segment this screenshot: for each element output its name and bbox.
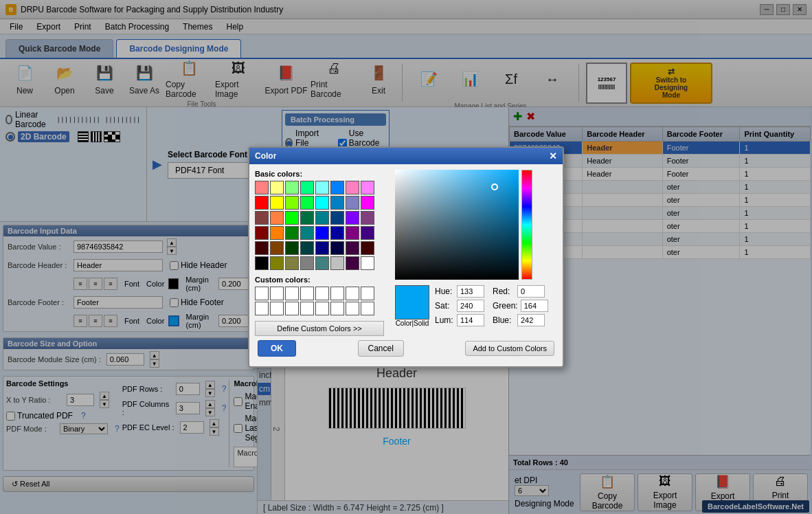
basic-color-42[interactable] — [285, 256, 299, 270]
basic-color-10[interactable] — [285, 196, 299, 210]
color-dialog: Color ✕ Basic colors: Custom colors: — [248, 146, 564, 368]
dialog-ok-btn[interactable]: OK — [258, 340, 296, 357]
dialog-main-area: Basic colors: Custom colors: — [255, 170, 557, 336]
custom-color-5[interactable] — [315, 287, 329, 300]
basic-color-9[interactable] — [270, 196, 284, 210]
basic-color-26[interactable] — [285, 226, 299, 240]
basic-color-43[interactable] — [300, 256, 314, 270]
basic-color-32[interactable] — [255, 241, 269, 255]
blue-input[interactable] — [517, 314, 545, 326]
hue-slider[interactable] — [521, 170, 532, 280]
hue-label: Hue: — [435, 287, 454, 296]
custom-color-4[interactable] — [300, 287, 314, 300]
dialog-cancel-btn[interactable]: Cancel — [358, 340, 404, 357]
define-custom-colors-btn[interactable]: Define Custom Colors >> — [255, 321, 384, 336]
color-fields: Hue: Red: Sat: Green: — [435, 285, 548, 327]
lum-row: Lum: Blue: — [435, 314, 548, 326]
basic-color-17[interactable] — [270, 211, 284, 225]
basic-color-20[interactable] — [315, 211, 329, 225]
color-preview-col: Color|Solid — [395, 285, 429, 327]
custom-color-13[interactable] — [315, 302, 329, 315]
basic-colors-label: Basic colors: — [255, 170, 387, 178]
basic-color-31[interactable] — [361, 226, 374, 240]
custom-color-14[interactable] — [330, 302, 344, 315]
dialog-body: Basic colors: Custom colors: — [249, 164, 563, 366]
basic-color-25[interactable] — [270, 226, 284, 240]
color-picker-cursor — [491, 183, 498, 190]
red-input[interactable] — [517, 285, 545, 298]
basic-color-8[interactable] — [255, 196, 269, 210]
custom-color-15[interactable] — [346, 302, 359, 315]
color-swatches-area: Basic colors: Custom colors: — [255, 170, 387, 336]
basic-color-14[interactable] — [346, 196, 359, 210]
lum-input[interactable] — [457, 314, 484, 326]
basic-color-24[interactable] — [255, 226, 269, 240]
basic-color-18[interactable] — [285, 211, 299, 225]
basic-color-39[interactable] — [361, 241, 374, 255]
basic-color-38[interactable] — [346, 241, 359, 255]
basic-color-6[interactable] — [346, 181, 359, 194]
basic-color-7[interactable] — [361, 181, 374, 194]
basic-color-16[interactable] — [255, 211, 269, 225]
basic-color-21[interactable] — [330, 211, 344, 225]
add-to-custom-colors-btn[interactable]: Add to Custom Colors — [465, 341, 554, 356]
custom-color-10[interactable] — [270, 302, 284, 315]
custom-color-16[interactable] — [361, 302, 374, 315]
basic-color-33[interactable] — [270, 241, 284, 255]
basic-color-37[interactable] — [330, 241, 344, 255]
lum-label: Lum: — [435, 315, 454, 325]
custom-color-2[interactable] — [270, 287, 284, 300]
basic-color-22[interactable] — [346, 211, 359, 225]
basic-color-27[interactable] — [300, 226, 314, 240]
basic-color-46[interactable] — [346, 256, 359, 270]
basic-color-0[interactable] — [255, 181, 269, 194]
sat-label: Sat: — [435, 301, 454, 311]
green-input[interactable] — [521, 300, 548, 312]
basic-color-3[interactable] — [300, 181, 314, 194]
basic-color-35[interactable] — [300, 241, 314, 255]
basic-color-40[interactable] — [255, 256, 269, 270]
basic-color-5[interactable] — [330, 181, 344, 194]
custom-color-12[interactable] — [300, 302, 314, 315]
dialog-title-bar: Color ✕ — [249, 148, 563, 164]
basic-color-4[interactable] — [315, 181, 329, 194]
hue-input[interactable] — [457, 285, 484, 298]
custom-colors-label: Custom colors: — [255, 276, 387, 284]
basic-color-15[interactable] — [361, 196, 374, 210]
dialog-close-btn[interactable]: ✕ — [549, 150, 557, 161]
basic-color-2[interactable] — [285, 181, 299, 194]
basic-color-13[interactable] — [330, 196, 344, 210]
basic-color-19[interactable] — [300, 211, 314, 225]
dialog-title: Color — [255, 151, 276, 161]
color-values-area: Color|Solid Hue: Red: Sat: — [395, 285, 548, 327]
basic-color-11[interactable] — [300, 196, 314, 210]
basic-color-44[interactable] — [315, 256, 329, 270]
basic-color-12[interactable] — [315, 196, 329, 210]
custom-color-9[interactable] — [255, 302, 269, 315]
basic-color-30[interactable] — [346, 226, 359, 240]
gradient-area — [395, 170, 548, 280]
basic-color-47[interactable] — [361, 256, 374, 270]
hue-row: Hue: Red: — [435, 285, 548, 298]
basic-color-28[interactable] — [315, 226, 329, 240]
basic-color-1[interactable] — [270, 181, 284, 194]
custom-colors-grid — [255, 287, 387, 315]
custom-color-6[interactable] — [330, 287, 344, 300]
color-dialog-overlay[interactable]: Color ✕ Basic colors: Custom colors: — [0, 0, 812, 514]
sat-input[interactable] — [457, 300, 484, 312]
basic-color-23[interactable] — [361, 211, 374, 225]
color-preview-swatch — [395, 285, 429, 320]
color-picker-area: Color|Solid Hue: Red: Sat: — [395, 170, 548, 336]
color-gradient-picker[interactable] — [395, 170, 519, 280]
basic-color-36[interactable] — [315, 241, 329, 255]
basic-color-45[interactable] — [330, 256, 344, 270]
custom-color-3[interactable] — [285, 287, 299, 300]
basic-color-29[interactable] — [330, 226, 344, 240]
basic-color-34[interactable] — [285, 241, 299, 255]
custom-color-11[interactable] — [285, 302, 299, 315]
custom-color-7[interactable] — [346, 287, 359, 300]
custom-color-8[interactable] — [361, 287, 374, 300]
color-solid-label: Color|Solid — [396, 320, 429, 327]
custom-color-1[interactable] — [255, 287, 269, 300]
basic-color-41[interactable] — [270, 256, 284, 270]
